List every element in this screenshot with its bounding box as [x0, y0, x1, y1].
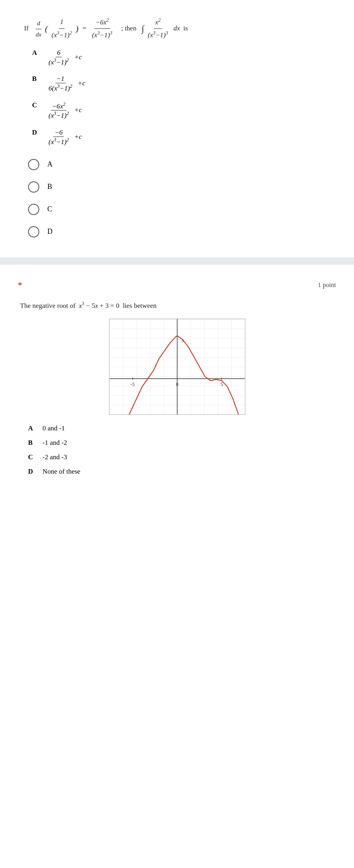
radio-label-C: C: [47, 205, 52, 213]
star-label: *: [18, 281, 22, 290]
option-letter-D: D: [32, 129, 40, 137]
option-formula-C: −6x2 (x3−1)2 +c: [47, 101, 82, 120]
question2-text: The negative root of x3 − 5x + 3 = 0 lie…: [16, 299, 338, 312]
question2-block: * 1 point The negative root of x3 − 5x +…: [16, 273, 338, 484]
option-formula-B: −1 6(x3−1)2 +c: [47, 75, 85, 92]
section-divider: [0, 257, 354, 265]
radio-item-C[interactable]: C: [28, 204, 326, 215]
radio-item-B[interactable]: B: [28, 181, 326, 193]
question1-text: If d dx ( 1 (x3−1)2 ) = −6x2 (x3−1: [16, 16, 338, 42]
option-formula-D: −6 (x3−1)2 +c: [47, 129, 82, 146]
option-item-D: D −6 (x3−1)2 +c: [32, 129, 338, 146]
answer-text-B: -1 and -2: [42, 439, 67, 447]
radio-circle-C[interactable]: [28, 204, 39, 215]
option-item-B: B −1 6(x3−1)2 +c: [32, 75, 338, 92]
derivative-formula: d dx ( 1 (x3−1)2 ) = −6x2 (x3−1)3: [34, 24, 116, 32]
graph-svg: -5 0 5 5: [109, 319, 245, 414]
answer-item-B: B -1 and -2: [28, 439, 338, 447]
answer-letter-A: A: [28, 424, 37, 432]
graph-container: -5 0 5 5: [109, 319, 245, 415]
answer-item-D: D None of these: [28, 468, 338, 476]
answer-letter-C: C: [28, 453, 37, 461]
answer-text-D: None of these: [42, 468, 80, 476]
answer-item-C: C -2 and -3: [28, 453, 338, 461]
radio-circle-B[interactable]: [28, 181, 39, 193]
radio-circle-D[interactable]: [28, 226, 39, 237]
answer-text-A: 0 and -1: [42, 424, 65, 432]
radio-item-D[interactable]: D: [28, 226, 326, 237]
option-letter-A: A: [32, 49, 40, 57]
radio-options-q1: A B C D: [16, 155, 338, 245]
option-formula-A: 6 (x3−1)2 +c: [47, 49, 82, 66]
star-points-row: * 1 point: [16, 281, 338, 290]
option-letter-C: C: [32, 101, 40, 109]
option-letter-B: B: [32, 75, 40, 83]
radio-label-B: B: [47, 183, 52, 191]
option-item-A: A 6 (x3−1)2 +c: [32, 49, 338, 66]
svg-text:-5: -5: [130, 382, 135, 387]
answer-item-A: A 0 and -1: [28, 424, 338, 432]
answer-options-q2: A 0 and -1 B -1 and -2 C -2 and -3 D Non…: [16, 424, 338, 476]
option-item-C: C −6x2 (x3−1)2 +c: [32, 101, 338, 120]
radio-circle-A[interactable]: [28, 159, 39, 170]
svg-text:0: 0: [176, 382, 178, 387]
question1-block: If d dx ( 1 (x3−1)2 ) = −6x2 (x3−1: [16, 8, 338, 249]
radio-item-A[interactable]: A: [28, 159, 326, 170]
page: If d dx ( 1 (x3−1)2 ) = −6x2 (x3−1: [0, 0, 354, 492]
radio-label-D: D: [47, 227, 53, 236]
points-label: 1 point: [318, 281, 336, 289]
options-list: A 6 (x3−1)2 +c B −1 6(x3−1)2 +c: [16, 49, 338, 146]
answer-text-C: -2 and -3: [42, 453, 67, 461]
answer-letter-B: B: [28, 439, 37, 447]
answer-letter-D: D: [28, 468, 37, 476]
radio-label-A: A: [47, 160, 53, 169]
